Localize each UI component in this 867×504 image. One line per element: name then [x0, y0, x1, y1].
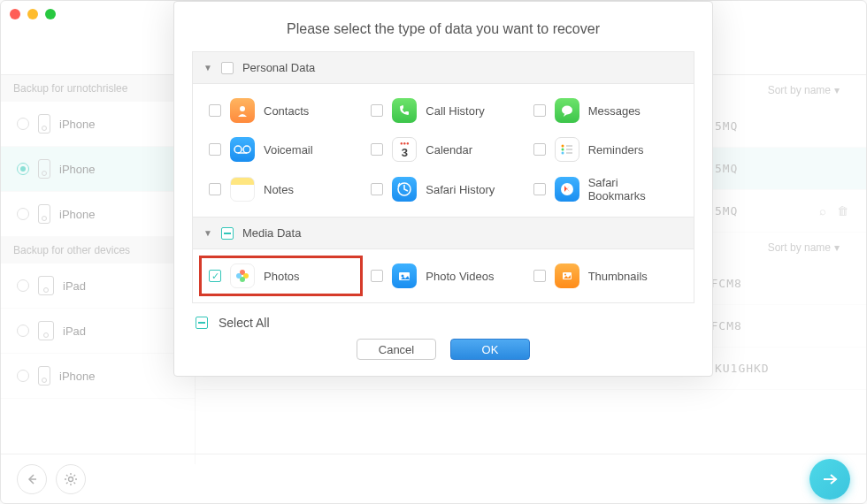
phone-icon — [392, 98, 417, 123]
item-calendar[interactable]: ●●●3 Calendar — [362, 130, 524, 169]
item-label: Safari Bookmarks — [588, 176, 678, 202]
group-header[interactable]: ▼ Media Data — [193, 217, 694, 249]
item-call-history[interactable]: Call History — [362, 91, 524, 130]
svg-point-14 — [243, 146, 250, 153]
device-label: iPhone — [59, 118, 95, 131]
radio-icon[interactable] — [17, 208, 29, 220]
next-button[interactable] — [809, 459, 850, 500]
calendar-icon: ●●●3 — [392, 137, 417, 162]
disclosure-icon: ▼ — [203, 63, 212, 73]
device-row[interactable]: iPad — [1, 263, 195, 309]
device-row[interactable]: iPhone — [1, 192, 195, 237]
footer — [1, 454, 866, 503]
item-label: Voicemail — [264, 143, 313, 157]
item-checkbox[interactable] — [371, 104, 383, 117]
item-checkbox[interactable] — [533, 183, 546, 195]
arrow-left-icon — [25, 472, 39, 486]
item-checkbox[interactable] — [209, 183, 221, 195]
cancel-button[interactable]: Cancel — [357, 339, 436, 360]
device-row[interactable]: iPad — [1, 309, 195, 354]
item-checkbox[interactable] — [533, 143, 546, 156]
item-photo-videos[interactable]: Photo Videos — [362, 256, 524, 295]
svg-line-9 — [74, 475, 76, 477]
ipad-icon — [38, 276, 54, 295]
item-notes[interactable]: Notes — [200, 169, 362, 210]
maximize-icon[interactable] — [45, 9, 56, 19]
group-label: Media Data — [242, 226, 301, 240]
notes-icon — [230, 177, 255, 202]
safari-bookmarks-icon — [555, 177, 579, 202]
radio-icon[interactable] — [17, 370, 29, 382]
reminders-icon — [555, 137, 579, 162]
item-label: Reminders — [588, 143, 644, 157]
group-checkbox[interactable] — [221, 227, 234, 240]
messages-icon — [555, 98, 579, 123]
window-controls — [10, 9, 56, 19]
radio-icon[interactable] — [17, 279, 29, 292]
item-label: Messages — [588, 104, 641, 118]
item-label: Calendar — [426, 143, 472, 157]
iphone-icon — [38, 366, 50, 386]
select-all-row[interactable]: Select All — [196, 316, 691, 330]
item-checkbox[interactable] — [371, 143, 383, 156]
device-label: iPhone — [59, 370, 95, 383]
close-icon[interactable] — [10, 9, 20, 19]
search-icon[interactable]: ⌕ — [819, 204, 826, 218]
radio-icon[interactable] — [17, 118, 29, 130]
item-checkbox[interactable] — [209, 104, 221, 117]
chevron-down-icon: ▾ — [834, 241, 840, 254]
chevron-down-icon: ▾ — [834, 84, 840, 96]
svg-line-8 — [66, 482, 68, 484]
device-label: iPhone — [59, 163, 95, 176]
ok-button[interactable]: OK — [450, 339, 530, 360]
item-safari-bookmarks[interactable]: Safari Bookmarks — [525, 169, 687, 210]
radio-icon[interactable] — [17, 325, 29, 337]
back-button[interactable] — [17, 464, 47, 494]
group-header[interactable]: ▼ Personal Data — [193, 52, 694, 84]
svg-point-18 — [561, 152, 564, 155]
item-checkbox[interactable] — [209, 270, 221, 282]
item-label: Call History — [426, 104, 484, 118]
item-checkbox[interactable] — [371, 270, 383, 282]
item-label: Contacts — [264, 104, 309, 118]
minimize-icon[interactable] — [27, 9, 38, 19]
trash-icon[interactable]: 🗑 — [837, 204, 848, 218]
item-contacts[interactable]: Contacts — [200, 91, 362, 130]
item-checkbox[interactable] — [209, 143, 221, 156]
item-photos[interactable]: Photos — [200, 256, 362, 295]
sort-dropdown[interactable]: Sort by name — [768, 241, 831, 254]
item-thumbnails[interactable]: Thumbnails — [525, 256, 687, 295]
device-row[interactable]: iPhone — [1, 102, 195, 147]
group-checkbox[interactable] — [221, 62, 234, 74]
item-checkbox[interactable] — [533, 104, 546, 117]
voicemail-icon — [230, 137, 255, 162]
app-window: Backup for urnotchrislee iPhone iPhone i… — [0, 0, 867, 504]
iphone-icon — [38, 159, 50, 179]
svg-point-11 — [240, 106, 245, 111]
device-row[interactable]: iPhone — [1, 354, 195, 399]
item-voicemail[interactable]: Voicemail — [200, 130, 362, 169]
group-personal-data: ▼ Personal Data Contacts Call History — [192, 51, 694, 303]
item-reminders[interactable]: Reminders — [525, 130, 687, 169]
item-checkbox[interactable] — [533, 270, 546, 282]
sort-dropdown[interactable]: Sort by name — [768, 84, 831, 96]
svg-point-13 — [234, 146, 242, 153]
settings-button[interactable] — [56, 464, 86, 494]
sidebar-section-header: Backup for urnotchrislee — [1, 75, 195, 102]
svg-point-1 — [69, 477, 73, 481]
item-messages[interactable]: Messages — [525, 91, 687, 130]
arrow-right-icon — [820, 470, 840, 489]
select-all-checkbox[interactable] — [196, 317, 208, 329]
device-label: iPad — [63, 325, 86, 338]
group-label: Personal Data — [242, 61, 315, 74]
item-label: Photos — [264, 270, 299, 283]
modal-title: Please select the type of data you want … — [174, 2, 712, 51]
radio-icon[interactable] — [17, 163, 29, 175]
item-label: Thumbnails — [588, 270, 648, 283]
item-safari-history[interactable]: Safari History — [362, 169, 524, 210]
item-label: Photo Videos — [426, 270, 494, 283]
contacts-icon — [230, 98, 255, 123]
disclosure-icon: ▼ — [203, 228, 212, 238]
item-checkbox[interactable] — [371, 183, 383, 195]
device-row[interactable]: iPhone — [1, 147, 195, 192]
